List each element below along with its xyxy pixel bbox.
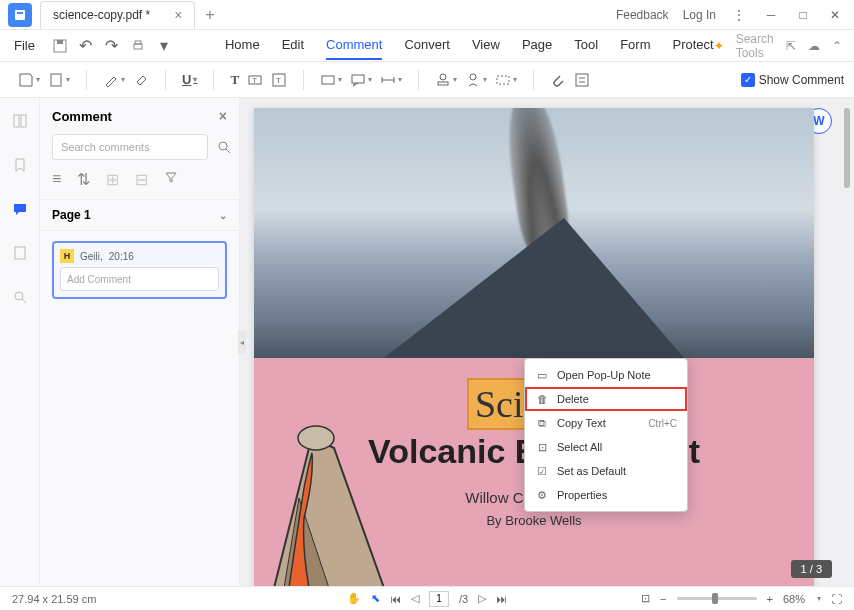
file-menu[interactable]: File [4,34,45,57]
redo-icon[interactable]: ↷ [101,35,123,57]
svg-rect-6 [51,74,61,86]
rectangle-tool[interactable]: ▾ [320,72,342,88]
ctx-open-pop-up-note[interactable]: ▭Open Pop-Up Note [525,363,687,387]
menu-tab-comment[interactable]: Comment [326,31,382,60]
svg-rect-19 [497,76,509,84]
highlight-tool[interactable]: ▾ [103,72,125,88]
fullscreen-icon[interactable]: ⛶ [831,593,842,605]
text-callout-tool[interactable]: T [247,72,263,88]
comments-icon[interactable] [9,198,31,220]
attachment-tool[interactable] [550,72,566,88]
show-comment-toggle[interactable]: ✓ Show Comment [741,73,844,87]
ctx-delete[interactable]: 🗑Delete [525,387,687,411]
note-tool[interactable]: ▾ [18,72,40,88]
svg-point-18 [470,74,476,80]
ctx-icon: ⊡ [535,440,549,454]
svg-rect-4 [134,44,142,49]
page-number-input[interactable] [429,591,449,607]
svg-rect-5 [135,41,141,44]
chevron-down-icon: ⌄ [219,210,227,221]
collapse-ribbon-icon[interactable]: ⌃ [832,39,842,53]
expand-icon[interactable]: ⊞ [106,170,119,189]
attach-tool[interactable]: ▾ [48,72,70,88]
ctx-set-as-default[interactable]: ☑Set as Default [525,459,687,483]
save-icon[interactable] [49,35,71,57]
hand-tool-icon[interactable]: ✋ [347,592,361,605]
text-tool[interactable]: T [230,72,239,88]
zoom-out-icon[interactable]: − [660,593,666,605]
menu-tab-home[interactable]: Home [225,31,260,60]
attachments-icon[interactable] [9,242,31,264]
menu-tab-form[interactable]: Form [620,31,650,60]
ctx-select-all[interactable]: ⊡Select All [525,435,687,459]
menu-tab-view[interactable]: View [472,31,500,60]
sort-icon[interactable]: ⇅ [77,170,90,189]
page-counter: 1 / 3 [791,560,832,578]
search-tools[interactable]: Search Tools [736,32,774,60]
qat-dropdown-icon[interactable]: ▾ [153,35,175,57]
comment-panel: Comment × ≡ ⇅ ⊞ ⊟ Page 1 ⌄ H Geili, 20:1… [40,98,240,586]
menu-tab-page[interactable]: Page [522,31,552,60]
document-tab[interactable]: science-copy.pdf * × [40,1,195,29]
more-icon[interactable]: ⋮ [730,6,748,24]
vertical-scrollbar[interactable] [844,108,850,188]
search-icon[interactable] [216,139,232,155]
prev-page-icon[interactable]: ◁ [411,592,419,605]
stamp-tool[interactable]: ▾ [435,72,457,88]
text-box-tool[interactable]: T [271,72,287,88]
ctx-properties[interactable]: ⚙Properties [525,483,687,507]
close-panel-icon[interactable]: × [219,108,227,124]
close-tab-icon[interactable]: × [174,7,182,23]
options-tool[interactable] [574,72,590,88]
menu-tab-tool[interactable]: Tool [574,31,598,60]
ctx-copy-text[interactable]: ⧉Copy TextCtrl+C [525,411,687,435]
document-viewport[interactable]: W Science Volcanic Experiment [240,98,854,586]
callout-tool[interactable]: ▾ [350,72,372,88]
panel-collapse-handle[interactable]: ◂ [238,330,246,354]
collapse-icon[interactable]: ⊟ [135,170,148,189]
comment-time: 20:16 [109,251,134,262]
last-page-icon[interactable]: ⏭ [496,593,507,605]
cloud-icon[interactable]: ☁ [808,39,820,53]
thumbnails-icon[interactable] [9,110,31,132]
zoom-dropdown-icon[interactable]: ▾ [817,594,821,603]
underline-tool[interactable]: U▾ [182,72,197,87]
first-page-icon[interactable]: ⏮ [390,593,401,605]
titlebar: science-copy.pdf * × + Feedback Log In ⋮… [0,0,854,30]
eraser-tool[interactable] [133,72,149,88]
share-icon[interactable]: ⇱ [786,39,796,53]
svg-point-28 [219,142,227,150]
print-icon[interactable] [127,35,149,57]
page-section-header[interactable]: Page 1 ⌄ [40,199,239,231]
ctx-icon: ☑ [535,464,549,478]
list-view-icon[interactable]: ≡ [52,170,61,189]
svg-rect-24 [21,115,26,127]
login-link[interactable]: Log In [683,8,716,22]
fit-width-icon[interactable]: ⊡ [641,592,650,605]
signature-tool[interactable]: ▾ [465,72,487,88]
bookmarks-icon[interactable] [9,154,31,176]
minimize-icon[interactable]: ─ [762,6,780,24]
maximize-icon[interactable]: □ [794,6,812,24]
comment-item[interactable]: H Geili, 20:16 [52,241,227,299]
area-tool[interactable]: ▾ [495,72,517,88]
search-icon[interactable] [9,286,31,308]
select-tool-icon[interactable]: ⬉ [371,592,380,605]
zoom-slider[interactable] [677,597,757,600]
menu-tab-edit[interactable]: Edit [282,31,304,60]
undo-icon[interactable]: ↶ [75,35,97,57]
search-comments-input[interactable] [52,134,208,160]
menu-tab-protect[interactable]: Protect [672,31,713,60]
zoom-in-icon[interactable]: + [767,593,773,605]
ctx-icon: ▭ [535,368,549,382]
ai-icon[interactable]: ✦ [714,39,724,53]
measure-tool[interactable]: ▾ [380,72,402,88]
add-comment-input[interactable] [60,267,219,291]
menu-tab-convert[interactable]: Convert [404,31,450,60]
filter-icon[interactable] [164,170,178,189]
svg-line-27 [22,299,26,303]
close-window-icon[interactable]: ✕ [826,6,844,24]
next-page-icon[interactable]: ▷ [478,592,486,605]
feedback-link[interactable]: Feedback [616,8,669,22]
add-tab-button[interactable]: + [205,6,214,24]
